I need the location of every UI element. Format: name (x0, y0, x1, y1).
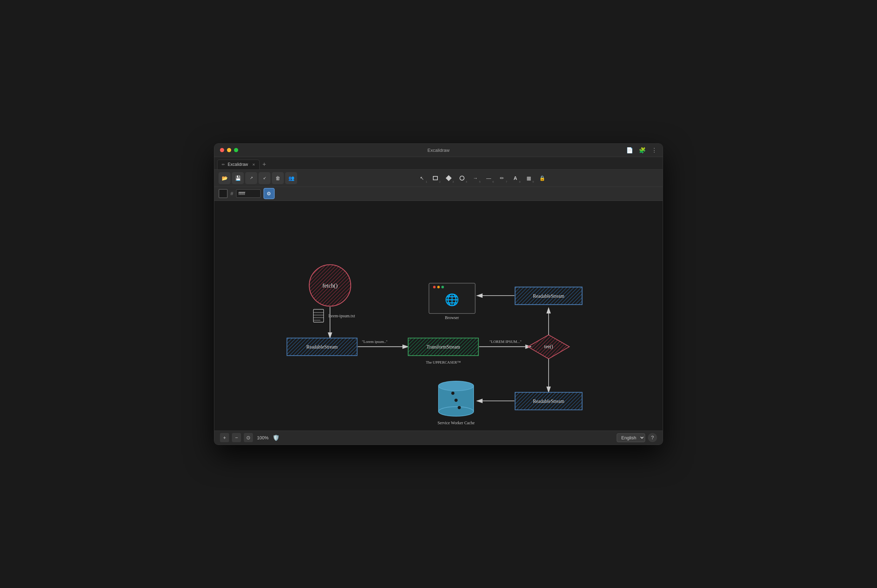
bottom-right: English ? (617, 433, 657, 442)
zoom-fit-button[interactable]: ⊙ (244, 433, 253, 442)
title-bar: Excalidraw 📄 🧩 ⋮ (214, 144, 663, 157)
open-button[interactable]: 📂 (219, 172, 230, 184)
delete-button[interactable]: 🗑 (272, 172, 284, 184)
close-button[interactable] (220, 148, 224, 152)
active-tab[interactable]: ✏ Excalidraw ✕ (217, 159, 260, 170)
document-icon[interactable]: 📄 (626, 147, 633, 154)
tab-favicon: ✏ (222, 162, 225, 167)
svg-text:"Lorem ipsum..": "Lorem ipsum.." (362, 339, 387, 343)
traffic-lights (220, 148, 238, 152)
svg-point-48 (438, 406, 474, 416)
line-tool[interactable]: — 6 (482, 172, 495, 184)
rectangle-tool[interactable]: 2 (429, 172, 442, 184)
color-picker-row: # ⚙ (214, 187, 663, 201)
canvas-area[interactable]: fetch() lorem-ipsum.txt ReadableStream "… (214, 201, 663, 430)
window-title: Excalidraw (428, 148, 450, 153)
svg-text:ReadableStream: ReadableStream (306, 344, 338, 350)
svg-point-51 (458, 406, 461, 409)
arrow-tool[interactable]: → 5 (469, 172, 482, 184)
svg-text:Service Worker Cache: Service Worker Cache (437, 420, 475, 425)
table-tool[interactable]: ▦ 9 (523, 172, 535, 184)
new-tab-button[interactable]: + (260, 159, 269, 170)
svg-point-38 (441, 285, 444, 288)
zoom-level: 100% (256, 435, 270, 440)
svg-point-50 (454, 399, 458, 402)
select-tool[interactable]: ↖ 1 (416, 172, 428, 184)
zoom-in-button[interactable]: + (220, 433, 229, 442)
help-button[interactable]: ? (648, 433, 657, 442)
lock-tool[interactable]: 🔒 (536, 172, 548, 184)
left-toolbar: 📂 💾 ↗ ↙ 🗑 👥 (214, 170, 301, 186)
zoom-out-button[interactable]: − (232, 433, 241, 442)
bottom-bar: + − ⊙ 100% 🛡️ English ? (214, 430, 663, 445)
import-button[interactable]: ↙ (258, 172, 270, 184)
svg-text:fetch(): fetch() (322, 282, 338, 289)
svg-text:tee(): tee() (544, 344, 553, 350)
extension-icon[interactable]: 🧩 (639, 147, 646, 154)
svg-text:"LOREM IPSUM...": "LOREM IPSUM..." (490, 339, 521, 343)
window-frame: Excalidraw 📄 🧩 ⋮ ✏ Excalidraw ✕ + 📂 💾 ↗ … (214, 143, 663, 445)
svg-point-37 (437, 285, 440, 288)
minimize-button[interactable] (227, 148, 231, 152)
drawing-toolbar: ↖ 1 2 3 4 → 5 (301, 170, 663, 186)
svg-point-47 (438, 381, 474, 390)
tab-close-button[interactable]: ✕ (252, 163, 255, 166)
svg-text:lorem-ipsum.txt: lorem-ipsum.txt (328, 314, 355, 318)
text-tool[interactable]: A 8 (509, 172, 522, 184)
tab-bar: ✏ Excalidraw ✕ + (214, 157, 663, 170)
status-badge: 🛡️ (273, 434, 279, 441)
diagram-svg: fetch() lorem-ipsum.txt ReadableStream "… (214, 201, 663, 430)
pencil-tool[interactable]: ✏ 7 (496, 172, 508, 184)
svg-text:ReadableStream: ReadableStream (533, 398, 565, 404)
color-hex-input[interactable] (236, 189, 261, 198)
svg-text:The UPPERCASER™: The UPPERCASER™ (426, 360, 461, 364)
color-swatch[interactable] (219, 189, 228, 198)
language-selector[interactable]: English (617, 434, 645, 442)
settings-button[interactable]: ⚙ (263, 188, 275, 199)
svg-text:Browser: Browser (445, 315, 459, 320)
menu-icon[interactable]: ⋮ (652, 147, 657, 154)
diamond-tool[interactable]: 3 (442, 172, 455, 184)
svg-point-49 (451, 392, 454, 395)
hash-symbol: # (230, 191, 233, 196)
maximize-button[interactable] (234, 148, 238, 152)
ellipse-tool[interactable]: 4 (456, 172, 468, 184)
zoom-fit-icon: ⊙ (246, 435, 251, 440)
zoom-controls: + − ⊙ 100% 🛡️ (220, 433, 279, 442)
users-button[interactable]: 👥 (285, 172, 297, 184)
title-bar-right: 📄 🧩 ⋮ (626, 147, 657, 154)
svg-text:🌐: 🌐 (445, 292, 459, 306)
save-button[interactable]: 💾 (232, 172, 244, 184)
svg-point-36 (433, 285, 436, 288)
svg-text:TransformStream: TransformStream (426, 344, 460, 350)
export-button[interactable]: ↗ (245, 172, 257, 184)
tab-label: Excalidraw (228, 162, 248, 167)
svg-text:ReadableStream: ReadableStream (533, 293, 565, 298)
